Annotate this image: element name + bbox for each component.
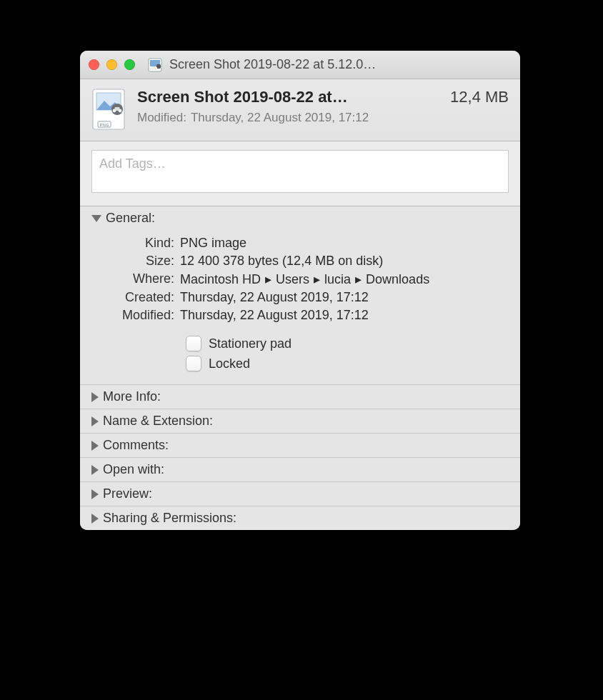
section-sharing-permissions: Sharing & Permissions: <box>80 506 520 530</box>
section-more-info: More Info: <box>80 385 520 409</box>
section-general: General: Kind: PNG image Size: 12 400 37… <box>80 206 520 385</box>
section-preview: Preview: <box>80 482 520 506</box>
section-name-extension: Name & Extension: <box>80 409 520 434</box>
locked-checkbox[interactable] <box>186 356 201 371</box>
disclosure-right-icon <box>91 441 99 451</box>
disclosure-right-icon <box>91 416 99 426</box>
svg-point-9 <box>113 109 116 113</box>
modified-value: Thursday, 22 August 2019, 17:12 <box>191 111 369 125</box>
section-header-name-extension[interactable]: Name & Extension: <box>80 409 520 433</box>
section-label-comments: Comments: <box>103 438 169 453</box>
disclosure-right-icon <box>91 489 99 499</box>
section-header-preview[interactable]: Preview: <box>80 482 520 506</box>
section-header-general[interactable]: General: <box>80 206 520 230</box>
header: PNG Screen Shot 2019-08-22 at… 12,4 MB M… <box>80 79 520 141</box>
traffic-lights <box>89 59 135 70</box>
created-value: Thursday, 22 August 2019, 17:12 <box>180 290 509 305</box>
section-header-comments[interactable]: Comments: <box>80 434 520 457</box>
window-title: Screen Shot 2019-08-22 at 5.12.0… <box>169 57 512 72</box>
file-icon: PNG <box>91 88 126 131</box>
svg-text:PNG: PNG <box>99 123 109 127</box>
file-size-header: 12,4 MB <box>450 88 509 106</box>
minimize-button[interactable] <box>106 59 117 70</box>
file-name-title: Screen Shot 2019-08-22 at… <box>137 88 439 106</box>
disclosure-right-icon <box>91 465 99 475</box>
svg-point-10 <box>119 109 122 113</box>
section-label-more-info: More Info: <box>103 389 161 404</box>
section-header-open-with[interactable]: Open with: <box>80 458 520 481</box>
tags-container <box>80 141 520 206</box>
get-info-window: Screen Shot 2019-08-22 at 5.12.0… PNG <box>80 51 520 530</box>
where-label: Where: <box>91 271 180 287</box>
stationery-pad-checkbox[interactable] <box>186 336 201 351</box>
zoom-button[interactable] <box>124 59 135 70</box>
tags-input[interactable] <box>91 150 509 193</box>
disclosure-right-icon <box>91 514 99 524</box>
section-header-sharing-permissions[interactable]: Sharing & Permissions: <box>80 506 520 530</box>
svg-rect-3 <box>150 67 157 70</box>
kind-value: PNG image <box>180 236 509 251</box>
size-label: Size: <box>91 254 180 269</box>
locked-label: Locked <box>209 356 250 371</box>
section-label-open-with: Open with: <box>103 462 164 477</box>
size-value: 12 400 378 bytes (12,4 MB on disk) <box>180 254 509 269</box>
section-label-name-extension: Name & Extension: <box>103 414 213 429</box>
modified-label: Modified: <box>137 111 186 125</box>
disclosure-down-icon <box>91 215 101 222</box>
kind-label: Kind: <box>91 236 180 251</box>
created-label: Created: <box>91 290 180 305</box>
section-label-general: General: <box>106 211 155 226</box>
stationery-pad-label: Stationery pad <box>209 336 291 351</box>
section-header-more-info[interactable]: More Info: <box>80 385 520 409</box>
titlebar[interactable]: Screen Shot 2019-08-22 at 5.12.0… <box>80 51 520 79</box>
modified2-value: Thursday, 22 August 2019, 17:12 <box>180 308 509 323</box>
modified2-label: Modified: <box>91 308 180 323</box>
disclosure-right-icon <box>91 392 99 402</box>
where-value: Macintosh HD▸Users▸lucia▸Downloads <box>180 271 509 287</box>
section-label-sharing-permissions: Sharing & Permissions: <box>103 511 236 526</box>
close-button[interactable] <box>89 59 99 70</box>
proxy-icon[interactable] <box>148 58 162 72</box>
section-label-preview: Preview: <box>103 486 152 501</box>
section-comments: Comments: <box>80 434 520 458</box>
section-open-with: Open with: <box>80 458 520 482</box>
